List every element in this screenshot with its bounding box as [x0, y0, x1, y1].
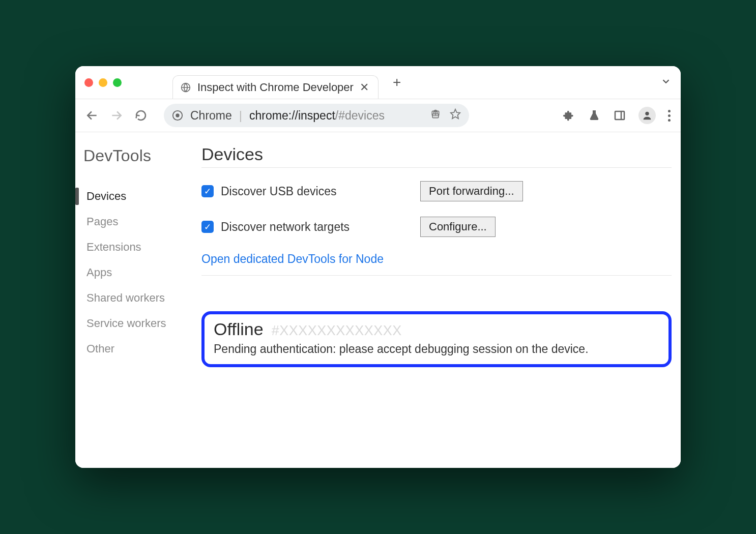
nav-bar: Chrome | chrome://inspect/#devices	[75, 99, 681, 132]
tabs-chevron-icon[interactable]	[660, 76, 672, 89]
reload-button[interactable]	[134, 109, 148, 122]
tab-close-icon[interactable]: ✕	[360, 81, 369, 94]
sidebar: DevTools Devices Pages Extensions Apps S…	[75, 132, 197, 468]
sidepanel-icon[interactable]	[613, 109, 626, 122]
svg-rect-8	[615, 111, 624, 120]
omnibox-url: chrome://inspect/#devices	[249, 109, 423, 123]
page-title: Devices	[201, 144, 672, 164]
globe-icon	[180, 82, 191, 93]
svg-point-10	[645, 112, 649, 115]
omnibox-divider: |	[239, 108, 242, 123]
sidebar-item-devices[interactable]: Devices	[83, 184, 197, 209]
tab-title: Inspect with Chrome Developer	[197, 81, 354, 94]
sidebar-item-extensions[interactable]: Extensions	[83, 234, 197, 260]
main-panel: Devices ✓ Discover USB devices Port forw…	[197, 132, 681, 468]
device-status-box: Offline #XXXXXXXXXXXXX Pending authentic…	[201, 311, 672, 367]
divider	[201, 275, 672, 276]
window-minimize-button[interactable]	[99, 78, 107, 87]
labs-icon[interactable]	[588, 109, 601, 122]
discover-network-label: Discover network targets	[221, 220, 350, 234]
omnibox-label: Chrome	[190, 109, 232, 123]
sidebar-item-other[interactable]: Other	[83, 336, 197, 362]
sidebar-item-shared-workers[interactable]: Shared workers	[83, 285, 197, 311]
browser-tab[interactable]: Inspect with Chrome Developer ✕	[172, 75, 379, 99]
checkbox-checked-icon: ✓	[201, 185, 214, 197]
new-tab-button[interactable]: +	[393, 74, 401, 91]
configure-button[interactable]: Configure...	[420, 217, 496, 237]
open-node-devtools-link[interactable]: Open dedicated DevTools for Node	[201, 252, 672, 266]
chrome-icon	[172, 110, 183, 121]
tab-bar: Inspect with Chrome Developer ✕ +	[75, 66, 681, 99]
device-message: Pending authentication: please accept de…	[214, 342, 659, 356]
sidebar-item-pages[interactable]: Pages	[83, 209, 197, 234]
checkbox-checked-icon: ✓	[201, 221, 214, 233]
browser-window: Inspect with Chrome Developer ✕ + Chrome…	[75, 66, 681, 468]
device-id: #XXXXXXXXXXXXX	[272, 323, 402, 339]
device-status: Offline	[214, 319, 264, 339]
discover-usb-checkbox[interactable]: ✓ Discover USB devices	[201, 185, 420, 198]
back-button[interactable]	[85, 109, 99, 122]
forward-button[interactable]	[110, 109, 123, 122]
sidebar-title: DevTools	[83, 146, 197, 165]
traffic-lights	[84, 78, 122, 87]
port-forwarding-button[interactable]: Port forwarding...	[420, 181, 523, 201]
star-icon[interactable]	[450, 108, 461, 123]
share-icon[interactable]	[430, 109, 441, 123]
menu-button[interactable]	[668, 110, 671, 122]
discover-network-checkbox[interactable]: ✓ Discover network targets	[201, 220, 420, 234]
sidebar-item-service-workers[interactable]: Service workers	[83, 311, 197, 336]
divider	[201, 167, 672, 168]
page-content: DevTools Devices Pages Extensions Apps S…	[75, 132, 681, 468]
extensions-icon[interactable]	[562, 109, 575, 122]
discover-usb-label: Discover USB devices	[221, 185, 337, 198]
svg-marker-7	[451, 109, 460, 118]
profile-avatar[interactable]	[638, 107, 656, 124]
window-maximize-button[interactable]	[113, 78, 122, 87]
window-close-button[interactable]	[84, 78, 93, 87]
svg-point-4	[176, 113, 179, 117]
omnibox[interactable]: Chrome | chrome://inspect/#devices	[164, 104, 469, 127]
sidebar-item-apps[interactable]: Apps	[83, 260, 197, 285]
